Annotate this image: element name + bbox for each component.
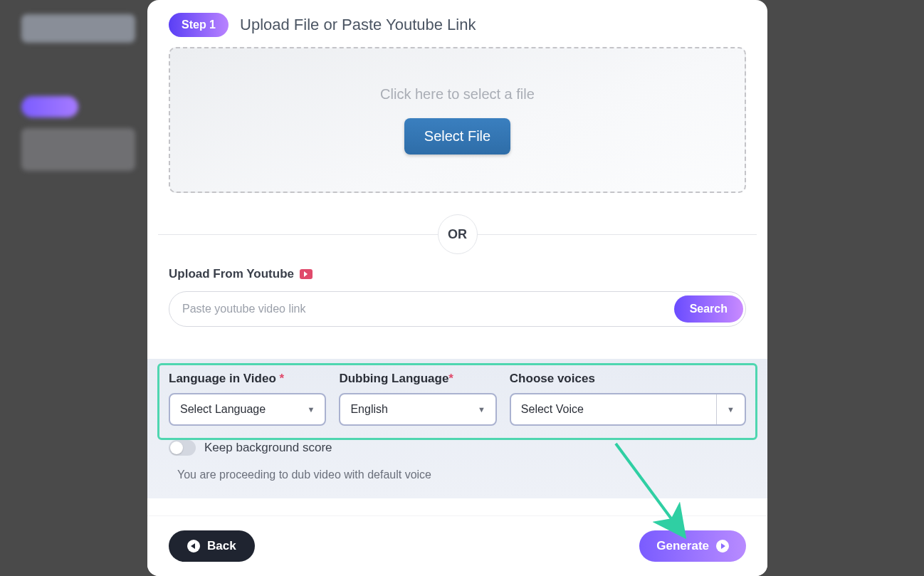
modal-body: Step 1 Upload File or Paste Youtube Link… xyxy=(147,0,767,515)
select-dubbing-language[interactable]: English ▼ xyxy=(339,393,496,426)
step-header: Step 1 Upload File or Paste Youtube Link xyxy=(169,13,746,37)
back-button[interactable]: Back xyxy=(169,530,255,562)
info-text: You are proceeding to dub video with def… xyxy=(169,468,746,481)
youtube-search-button[interactable]: Search xyxy=(674,295,743,323)
chevron-down-icon: ▼ xyxy=(308,405,315,414)
fields-row: Language in Video * Select Language ▼ Du… xyxy=(169,372,746,426)
step-badge: Step 1 xyxy=(169,13,229,37)
label-choose-voices: Choose voices xyxy=(510,372,746,386)
keep-background-toggle[interactable] xyxy=(169,440,196,456)
youtube-label: Upload From Youtube xyxy=(169,267,294,281)
select-value: Select Language xyxy=(180,403,266,416)
label-dubbing-language: Dubbing Language* xyxy=(339,372,496,386)
generate-button[interactable]: Generate xyxy=(639,530,746,562)
select-language-in-video[interactable]: Select Language ▼ xyxy=(169,393,326,426)
required-marker: * xyxy=(280,372,285,385)
file-dropzone[interactable]: Click here to select a file Select File xyxy=(169,47,746,193)
field-dubbing-language: Dubbing Language* English ▼ xyxy=(339,372,496,426)
select-choose-voices[interactable]: Select Voice ▼ xyxy=(510,393,746,426)
bg-blur-block xyxy=(21,14,135,43)
select-value: English xyxy=(350,403,387,416)
select-value: Select Voice xyxy=(521,403,584,416)
chevron-down-icon: ▼ xyxy=(478,405,485,414)
youtube-link-input[interactable] xyxy=(182,303,674,315)
arrow-right-icon xyxy=(716,540,729,553)
label-text: Language in Video xyxy=(169,372,276,385)
label-language-in-video: Language in Video * xyxy=(169,372,326,386)
bg-blur-block xyxy=(21,128,135,171)
toggle-label: Keep background score xyxy=(204,441,332,455)
select-file-button[interactable]: Select File xyxy=(404,118,510,155)
modal-footer: Back Generate xyxy=(147,515,767,576)
upload-modal: Step 1 Upload File or Paste Youtube Link… xyxy=(147,0,767,576)
step-title: Upload File or Paste Youtube Link xyxy=(240,16,476,34)
toggle-row: Keep background score xyxy=(169,440,746,456)
generate-button-label: Generate xyxy=(656,539,709,553)
bg-blur-badge xyxy=(21,96,78,117)
label-text: Dubbing Language xyxy=(339,372,448,385)
chevron-down-icon: ▼ xyxy=(727,405,735,414)
youtube-input-row: Search xyxy=(169,291,746,327)
field-language-in-video: Language in Video * Select Language ▼ xyxy=(169,372,326,426)
arrow-left-icon xyxy=(187,540,200,553)
select-arrow-wrap: ▼ xyxy=(716,394,745,424)
back-button-label: Back xyxy=(207,539,236,553)
youtube-icon xyxy=(300,269,313,279)
divider: OR xyxy=(169,214,746,254)
dropzone-hint: Click here to select a file xyxy=(380,86,535,103)
required-marker: * xyxy=(448,372,453,385)
language-section: Language in Video * Select Language ▼ Du… xyxy=(147,359,767,498)
field-choose-voices: Choose voices Select Voice ▼ xyxy=(510,372,746,426)
youtube-label-row: Upload From Youtube xyxy=(169,267,746,281)
divider-or-label: OR xyxy=(438,214,478,254)
